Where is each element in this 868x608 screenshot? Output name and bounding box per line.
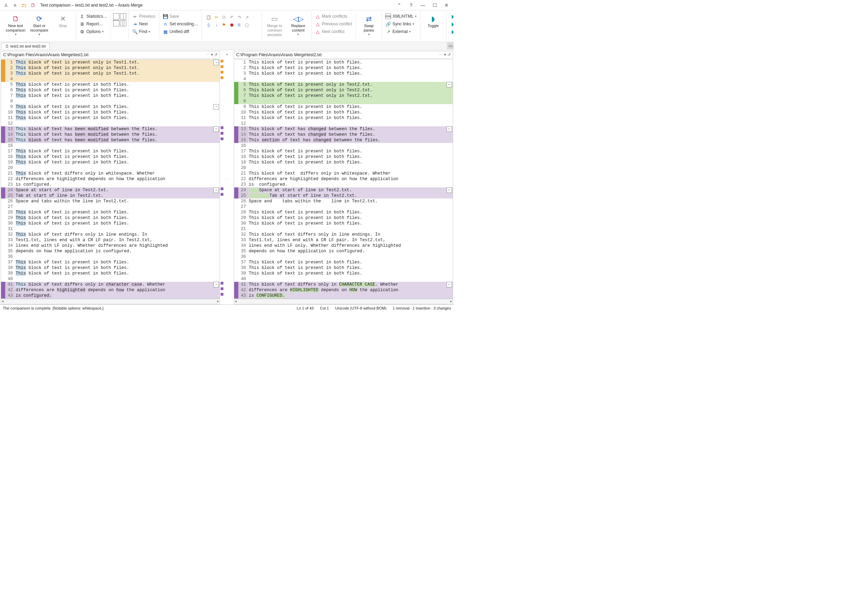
code-line[interactable]: 20 — [234, 165, 453, 171]
overview-mark[interactable] — [221, 287, 223, 290]
code-text[interactable]: This block of text differs only in line … — [15, 232, 220, 237]
code-line[interactable]: 4 — [1, 76, 220, 82]
code-text[interactable]: This block of text is present in both fi… — [248, 271, 453, 276]
code-line[interactable]: 24Space at start of line in Test2.txt.→ — [1, 188, 220, 193]
code-text[interactable] — [15, 143, 220, 149]
code-text[interactable]: Tab at start of line in Test2.txt. — [248, 193, 453, 199]
merge-arrow-right-icon[interactable]: → — [213, 282, 219, 287]
code-text[interactable]: This block of text is present only in Te… — [15, 60, 220, 65]
code-line[interactable]: 28This block of text is present in both … — [1, 209, 220, 215]
code-line[interactable]: 32This block of text differs only in lin… — [1, 232, 220, 237]
code-text[interactable] — [248, 165, 453, 171]
code-text[interactable] — [15, 99, 220, 104]
code-text[interactable]: This block of text is present only in Te… — [248, 87, 453, 93]
code-text[interactable] — [248, 204, 453, 209]
code-line[interactable]: 10This block of text is present in both … — [234, 110, 453, 115]
code-text[interactable]: This block of text is present in both fi… — [248, 209, 453, 215]
start-recompare-button[interactable]: ⟳Start or recompare — [28, 12, 50, 38]
code-line[interactable]: 37This block of text is present in both … — [234, 260, 453, 265]
code-line[interactable]: 23is configured. — [234, 182, 453, 188]
code-text[interactable]: Space at start of line in Test2.txt.→ — [15, 188, 220, 193]
code-line[interactable]: 15This section of text has changed betwe… — [234, 137, 453, 143]
code-text[interactable]: This block of text has changed between t… — [248, 126, 453, 132]
merge-arrow-left-icon[interactable]: ← — [446, 126, 452, 132]
overview-mark[interactable] — [221, 71, 223, 74]
code-text[interactable]: This block of text is present in both fi… — [15, 104, 220, 110]
overview-mark[interactable] — [221, 60, 223, 62]
unified-diff-button[interactable]: ▦Unified diff — [161, 28, 200, 36]
left-file-path[interactable]: C:\Program Files\Araxis\Araxis Merge\tes… — [1, 51, 220, 59]
code-text[interactable]: This block of text is present in both fi… — [15, 82, 220, 87]
right-pane[interactable]: 1This block of text is present in both f… — [234, 59, 453, 299]
code-text[interactable] — [15, 276, 220, 282]
code-line[interactable]: 43is CONFIGURED. — [234, 293, 453, 298]
code-text[interactable]: This block of text is present in both fi… — [15, 149, 220, 154]
code-line[interactable]: 36 — [1, 254, 220, 260]
code-line[interactable]: 17This block of text is present in both … — [1, 149, 220, 154]
code-line[interactable]: 34lines end with LF only. Whether differ… — [234, 243, 453, 248]
code-line[interactable]: 35depends on how the application is conf… — [234, 248, 453, 254]
code-line[interactable]: 24 Space at start of line in Test2.txt.← — [234, 188, 453, 193]
code-line[interactable]: 8 — [1, 99, 220, 104]
code-text[interactable]: lines end with LF only. Whether differen… — [248, 243, 453, 248]
layout-buttons[interactable] — [113, 12, 126, 26]
code-line[interactable]: 41This block of text differs only in cha… — [1, 282, 220, 287]
code-line[interactable]: 17This block of text is present in both … — [234, 149, 453, 154]
new-text-comparison-button[interactable]: 🗋New text comparison — [5, 12, 26, 38]
code-text[interactable]: is CONFIGURED. — [248, 293, 453, 298]
path-menu-icon[interactable]: ⋯ — [206, 53, 209, 57]
options-button[interactable]: ⚙Options — [78, 28, 108, 36]
overview-mark[interactable] — [221, 126, 223, 129]
overview-mark[interactable] — [221, 188, 223, 190]
code-text[interactable]: lines end with LF only. Whether differen… — [15, 243, 220, 248]
code-line[interactable]: 43is configured. — [1, 293, 220, 298]
code-line[interactable]: 30This block of text is present in both … — [1, 221, 220, 226]
toggle-button[interactable]: ◗Toggle — [423, 12, 444, 29]
right-file-path[interactable]: C:\Program Files\Araxis\Araxis Merge\tes… — [234, 51, 453, 59]
code-text[interactable]: depends on how the application is config… — [15, 248, 220, 254]
menu-icon[interactable]: ≡ — [11, 1, 19, 10]
code-line[interactable]: 35depends on how the application is conf… — [1, 248, 220, 254]
code-text[interactable]: This block of text has been modified bet… — [15, 126, 220, 132]
code-line[interactable]: 42differences are highlighted depends on… — [1, 287, 220, 293]
previous-comment-button[interactable]: ◗Previous — [449, 20, 454, 28]
merge-arrow-right-icon[interactable]: → — [213, 60, 219, 65]
code-text[interactable]: is configured. — [15, 293, 220, 298]
code-line[interactable]: 21This block of text differs only in whi… — [1, 171, 220, 176]
code-line[interactable]: 12 — [1, 121, 220, 126]
overview-mark[interactable] — [221, 282, 223, 285]
code-text[interactable] — [15, 76, 220, 82]
code-text[interactable] — [15, 226, 220, 232]
code-line[interactable]: 33Test1.txt, lines end with a CR LF pair… — [1, 237, 220, 243]
code-line[interactable]: 27 — [234, 204, 453, 209]
code-line[interactable]: 5This block of text is present only in T… — [234, 82, 453, 87]
code-line[interactable]: 37This block of text is present in both … — [1, 260, 220, 265]
code-text[interactable]: Space at start of line in Test2.txt.← — [248, 188, 453, 193]
code-line[interactable]: 7This block of text is present in both f… — [1, 93, 220, 99]
code-text[interactable]: This block of text is present in both fi… — [15, 221, 220, 226]
code-text[interactable]: This block of text is present only in Te… — [248, 82, 453, 87]
merge-arrow-left-icon[interactable]: ← — [446, 82, 452, 87]
code-line[interactable]: 13This block of text has been modified b… — [1, 126, 220, 132]
code-line[interactable]: 22differences are highlighted depends on… — [1, 176, 220, 182]
code-line[interactable]: 38This block of text is present in both … — [1, 265, 220, 271]
code-text[interactable]: This block of text is present in both fi… — [15, 260, 220, 265]
code-line[interactable]: 40 — [1, 276, 220, 282]
code-line[interactable]: 20 — [1, 165, 220, 171]
code-text[interactable]: Space and tabs within the line in Test2.… — [15, 199, 220, 204]
code-line[interactable]: 29This block of text is present in both … — [234, 215, 453, 221]
history-icon[interactable]: ↺ — [214, 53, 217, 57]
merge-arrow-right-icon[interactable]: → — [213, 188, 219, 193]
history-icon[interactable]: ↺ — [448, 53, 451, 57]
code-text[interactable] — [15, 165, 220, 171]
code-line[interactable]: 29This block of text is present in both … — [1, 215, 220, 221]
code-text[interactable]: This block of text differs only in CHARA… — [248, 282, 453, 287]
code-text[interactable]: This block of text is present in both fi… — [15, 115, 220, 121]
code-text[interactable] — [15, 254, 220, 260]
code-text[interactable]: This section of text has changed between… — [248, 137, 453, 143]
code-line[interactable]: 31 — [234, 226, 453, 232]
left-pane[interactable]: 1This block of text is present only in T… — [1, 59, 220, 299]
code-text[interactable]: This block of text is present in both fi… — [248, 115, 453, 121]
code-text[interactable]: This block of text is present in both fi… — [248, 60, 453, 65]
statistics-button[interactable]: ΣStatistics… — [78, 12, 108, 20]
